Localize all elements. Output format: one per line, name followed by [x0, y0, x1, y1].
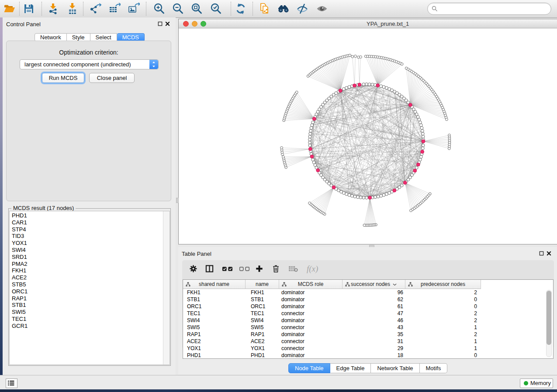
tab-network-table[interactable]: Network Table	[371, 363, 419, 373]
mcds-result-item[interactable]: STB1	[10, 302, 163, 309]
cell-predecessor-nodes: 1	[405, 345, 477, 352]
table-settings-icon[interactable]	[190, 260, 197, 277]
mcds-result-item[interactable]: GCR1	[10, 323, 163, 330]
table-row-SWI4[interactable]: SWI4SWI4dominator462	[183, 317, 553, 324]
table-row-ACE2[interactable]: ACE2ACE2connector311	[183, 338, 553, 345]
mcds-result-item[interactable]: ORC1	[10, 288, 163, 295]
save-session-icon[interactable]	[23, 3, 35, 15]
mcds-result-item[interactable]: ACE2	[10, 274, 163, 281]
import-table-icon[interactable]	[66, 3, 79, 15]
refresh-icon[interactable]	[235, 3, 247, 15]
table-panel: Table Panel f(x) shared namenameMCDS rol…	[178, 247, 557, 375]
memory-button[interactable]: Memory	[520, 378, 553, 388]
export-image-icon[interactable]	[128, 3, 140, 15]
cell-name: SWI5	[251, 324, 263, 331]
table-row-RAP1[interactable]: RAP1RAP1dominator352	[183, 331, 553, 338]
search-field[interactable]	[427, 3, 551, 15]
column-header-successor-nodes[interactable]: successor nodes	[343, 280, 405, 289]
network-window-titlebar[interactable]: YPA_prune.txt_1	[179, 19, 557, 28]
sort-descending-icon	[393, 281, 397, 287]
mcds-result-item[interactable]: STP4	[10, 226, 163, 233]
zoom-in-icon[interactable]	[153, 3, 165, 15]
mcds-result-item[interactable]: FKH1	[10, 267, 163, 274]
column-header-predecessor-nodes[interactable]: predecessor nodes	[405, 280, 481, 289]
mcds-result-item[interactable]: STB5	[10, 281, 163, 288]
cell-MCDS-role: dominator	[281, 317, 304, 324]
mcds-result-item[interactable]: YOX1	[10, 240, 163, 247]
close-panel-button[interactable]: Close panel	[89, 73, 135, 83]
table-scrollbar[interactable]	[546, 290, 552, 357]
zoom-window-icon[interactable]	[201, 21, 206, 27]
open-file-icon[interactable]	[3, 3, 15, 15]
column-label: MCDS role	[298, 281, 324, 287]
float-panel-icon[interactable]	[158, 21, 163, 26]
tab-node-table[interactable]: Node Table	[288, 363, 330, 373]
close-table-panel-icon[interactable]	[547, 251, 551, 256]
vertical-splitter-handle[interactable]	[176, 198, 179, 203]
cell-MCDS-role: dominator	[281, 331, 304, 338]
column-header-shared-name[interactable]: shared name	[183, 280, 246, 289]
mcds-result-item[interactable]: SRD1	[10, 254, 163, 261]
tab-edge-table[interactable]: Edge Table	[330, 363, 371, 373]
export-network-icon[interactable]	[89, 3, 101, 15]
import-network-icon[interactable]	[47, 3, 59, 15]
cell-shared-name: PHD1	[187, 352, 201, 359]
table-row-STB1[interactable]: STB1STB1dominator620	[183, 296, 553, 303]
mcds-result-item[interactable]: TID3	[10, 233, 163, 240]
mcds-result-items: PHD1CAR1STP4TID3YOX1SWI4SRD1PMA2FKH1ACE2…	[10, 212, 163, 330]
status-bar: Memory	[0, 375, 557, 390]
mcds-result-item[interactable]: RAP1	[10, 295, 163, 302]
table-row-SWI5[interactable]: SWI5SWI5connector431	[183, 324, 553, 331]
close-window-icon[interactable]	[183, 21, 189, 27]
table-row-PHD1[interactable]: PHD1PHD1dominator180	[183, 352, 553, 359]
mcds-result-item[interactable]: PHD1	[10, 212, 163, 219]
run-mcds-button[interactable]: Run MCDS	[42, 73, 84, 83]
search-input[interactable]	[439, 4, 548, 14]
export-table-icon[interactable]	[108, 3, 121, 15]
table-row-YOX1[interactable]: YOX1YOX1connector291	[183, 345, 553, 352]
network-graph[interactable]	[179, 28, 557, 244]
optimization-criterion-dropdown[interactable]: largest connected component (undirected)	[20, 59, 159, 69]
show-columns-icon[interactable]	[205, 260, 214, 277]
search-networks-icon[interactable]	[277, 3, 290, 15]
table-row-FKH1[interactable]: FKH1FKH1dominator962	[183, 289, 553, 296]
cell-MCDS-role: connector	[281, 338, 304, 345]
zoom-fit-icon[interactable]	[190, 3, 203, 15]
toolbar-separator	[253, 2, 253, 16]
float-table-panel-icon[interactable]	[539, 251, 544, 256]
zoom-selected-icon[interactable]	[210, 3, 222, 15]
select-all-icon[interactable]	[222, 260, 233, 277]
toolbar-separator	[42, 2, 42, 16]
add-column-icon[interactable]	[256, 260, 263, 277]
close-panel-icon[interactable]	[165, 21, 170, 26]
cell-successor-nodes: 35	[343, 331, 403, 338]
delete-column-icon[interactable]	[272, 260, 280, 277]
hide-unselected-icon[interactable]	[296, 3, 308, 15]
mcds-list-scrollbar[interactable]	[163, 211, 170, 364]
cell-successor-nodes: 47	[343, 310, 403, 317]
show-panels-button[interactable]	[6, 378, 17, 388]
minimize-window-icon[interactable]	[192, 21, 197, 27]
column-header-name[interactable]: name	[246, 280, 279, 289]
cell-MCDS-role: dominator	[281, 352, 304, 359]
table-row-TEC1[interactable]: TEC1TEC1connector472	[183, 310, 553, 317]
delete-table-icon[interactable]	[288, 260, 298, 277]
column-label: successor nodes	[351, 281, 390, 287]
mcds-result-item[interactable]: TEC1	[10, 316, 163, 323]
cell-shared-name: SWI5	[187, 324, 200, 331]
copy-network-icon[interactable]	[259, 3, 271, 15]
mcds-result-item[interactable]: CAR1	[10, 219, 163, 226]
table-row-ORC1[interactable]: ORC1ORC1dominator610	[183, 303, 553, 310]
mcds-result-item[interactable]: SWI5	[10, 309, 163, 316]
table-tree-icon	[345, 282, 350, 288]
table-scrollbar-thumb[interactable]	[547, 291, 551, 345]
cell-predecessor-nodes: 0	[405, 303, 477, 310]
mcds-result-item[interactable]: SWI4	[10, 247, 163, 254]
deselect-all-icon[interactable]	[239, 260, 250, 277]
show-visibility-icon[interactable]	[316, 3, 328, 15]
mcds-result-item[interactable]: PMA2	[10, 261, 163, 268]
column-header-MCDS-role[interactable]: MCDS role	[279, 280, 343, 289]
zoom-out-icon[interactable]	[172, 3, 184, 15]
tab-motifs[interactable]: Motifs	[420, 363, 448, 373]
toolbar-separator	[19, 2, 20, 16]
